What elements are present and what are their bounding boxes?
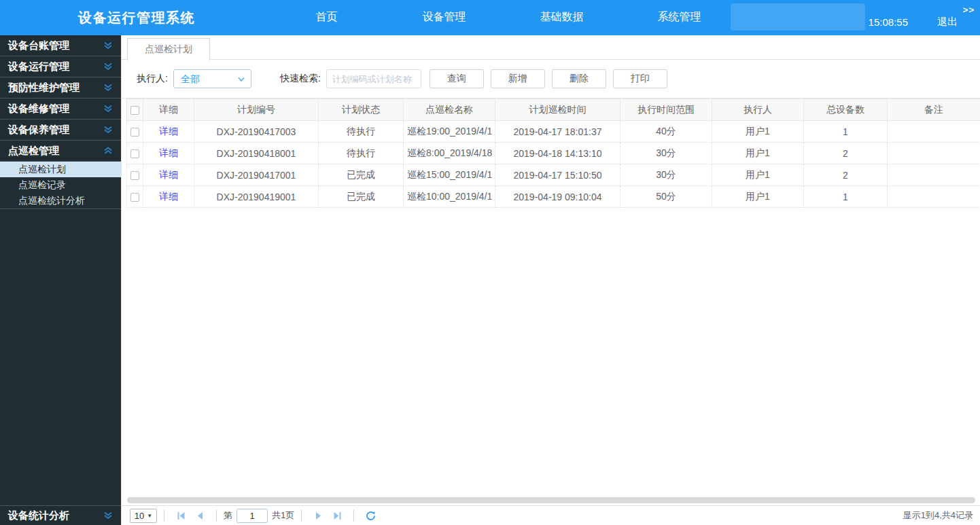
select-all-checkbox[interactable] — [130, 106, 139, 115]
sidebar-group-label: 设备保养管理 — [8, 124, 69, 137]
header-highlight-panel — [731, 3, 865, 31]
cell-plan-time: 2019-04-17 18:01:37 — [495, 121, 620, 143]
quick-search-input[interactable] — [326, 69, 421, 88]
chevron-double-down-icon — [103, 41, 113, 50]
caret-down-icon: ▼ — [147, 513, 152, 519]
cell-executor: 用户1 — [712, 121, 804, 143]
page-size-value: 10 — [135, 511, 144, 521]
inspection-plan-table: 详细 计划编号 计划状态 点巡检名称 计划巡检时间 执行时间范围 执行人 总设备… — [126, 98, 980, 208]
nav-item-equipment[interactable]: 设备管理 — [385, 0, 503, 35]
cell-device-count: 1 — [804, 186, 888, 208]
detail-link[interactable]: 详细 — [159, 169, 178, 180]
cell-plan-no: DXJ-20190417003 — [194, 121, 319, 143]
pagination-bar: 10 ▼ 第 共1页 显示1到4,共4记录 — [122, 505, 980, 525]
add-button[interactable]: 新增 — [491, 69, 545, 88]
first-page-button[interactable] — [171, 509, 190, 522]
table-header-row: 详细 计划编号 计划状态 点巡检名称 计划巡检时间 执行时间范围 执行人 总设备… — [127, 99, 980, 121]
nav-item-home[interactable]: 首页 — [268, 0, 385, 35]
cell-remark — [888, 164, 980, 186]
table-row: 详细 DXJ-20190419001 已完成 巡检10:00_2019/4/1 … — [127, 186, 980, 208]
last-page-button[interactable] — [328, 509, 347, 522]
nav-item-system[interactable]: 系统管理 — [620, 0, 738, 35]
first-page-icon — [177, 511, 186, 520]
sidebar-item-inspection-stats[interactable]: 点巡检统计分析 — [0, 193, 121, 209]
pager-divider — [301, 509, 302, 522]
sidebar-menu: 设备台账管理 设备运行管理 预防性维护管理 设备维修管理 设备保养管理 点巡检管… — [0, 35, 121, 525]
col-detail: 详细 — [143, 99, 194, 121]
pager-divider — [164, 509, 164, 522]
pager-divider — [353, 509, 354, 522]
col-device-count: 总设备数 — [804, 99, 888, 121]
row-checkbox[interactable] — [130, 128, 139, 137]
nav-item-basedata[interactable]: 基础数据 — [503, 0, 620, 35]
quick-search-label: 快速检索: — [280, 73, 321, 85]
col-status: 计划状态 — [319, 99, 404, 121]
record-summary: 显示1到4,共4记录 — [903, 509, 973, 522]
sidebar-group-label: 设备台账管理 — [8, 39, 69, 52]
sidebar-group-repair[interactable]: 设备维修管理 — [0, 98, 121, 120]
sidebar-group-maintenance[interactable]: 设备保养管理 — [0, 120, 121, 141]
sidebar-group-operation[interactable]: 设备运行管理 — [0, 56, 121, 77]
sidebar-item-inspection-plan[interactable]: 点巡检计划 — [0, 162, 121, 177]
cell-plan-time: 2019-04-18 14:13:10 — [495, 143, 620, 164]
page-size-select[interactable]: 10 ▼ — [130, 509, 157, 523]
chevron-double-down-icon — [103, 125, 113, 134]
app-title: 设备运行管理系统 — [78, 9, 195, 27]
next-page-icon — [314, 511, 323, 520]
sidebar-submenu-inspection: 点巡检计划 点巡检记录 点巡检统计分析 — [0, 162, 121, 209]
collapse-arrows-icon[interactable]: >> — [963, 5, 975, 15]
pager-divider — [216, 509, 217, 522]
horizontal-scrollbar[interactable] — [127, 497, 975, 503]
cell-plan-time: 2019-04-19 09:10:04 — [495, 186, 620, 208]
cell-duration: 30分 — [620, 164, 712, 186]
row-checkbox[interactable] — [130, 193, 139, 202]
print-button[interactable]: 打印 — [613, 69, 667, 88]
cell-duration: 50分 — [620, 186, 712, 208]
cell-name: 巡检8:00_2019/4/18 — [404, 143, 495, 164]
top-nav: 首页 设备管理 基础数据 系统管理 — [268, 0, 738, 35]
sidebar-item-inspection-record[interactable]: 点巡检记录 — [0, 177, 121, 193]
sidebar-group-label: 设备统计分析 — [8, 509, 69, 522]
detail-link[interactable]: 详细 — [159, 147, 178, 158]
page-prefix-label: 第 — [224, 509, 232, 522]
sidebar-group-statistics[interactable]: 设备统计分析 — [0, 505, 121, 525]
chevron-double-down-icon — [103, 62, 113, 71]
col-name: 点巡检名称 — [404, 99, 495, 121]
row-checkbox[interactable] — [130, 171, 139, 180]
total-pages-label: 共1页 — [272, 509, 294, 522]
delete-button[interactable]: 删除 — [552, 69, 606, 88]
refresh-button[interactable] — [361, 509, 380, 522]
refresh-icon — [366, 511, 376, 521]
sidebar-group-inspection[interactable]: 点巡检管理 — [0, 141, 121, 162]
detail-link[interactable]: 详细 — [159, 126, 178, 137]
cell-duration: 40分 — [620, 121, 712, 143]
cell-name: 巡检10:00_2019/4/1 — [404, 186, 495, 208]
cell-plan-time: 2019-04-17 15:10:50 — [495, 164, 620, 186]
current-page-input[interactable] — [237, 509, 268, 523]
logout-button[interactable]: 退出 — [937, 16, 958, 29]
tab-inspection-plan[interactable]: 点巡检计划 — [127, 38, 210, 60]
sidebar-group-preventive[interactable]: 预防性维护管理 — [0, 77, 121, 98]
executor-select-value: 全部 — [181, 73, 200, 84]
cell-device-count: 1 — [804, 121, 888, 143]
main-content: 点巡检计划 执行人: 全部 快速检索: 查询 新增 删除 打印 详细 计划编号 … — [121, 35, 980, 525]
tab-strip: 点巡检计划 — [122, 35, 980, 60]
cell-plan-no: DXJ-20190419001 — [194, 186, 319, 208]
top-header-bar: 设备运行管理系统 首页 设备管理 基础数据 系统管理 15:08:55 退出 >… — [0, 0, 980, 35]
cell-executor: 用户1 — [712, 164, 804, 186]
executor-select[interactable]: 全部 — [173, 69, 251, 88]
sidebar-group-label: 预防性维护管理 — [8, 82, 80, 94]
detail-link[interactable]: 详细 — [159, 191, 178, 202]
table-row: 详细 DXJ-20190417003 待执行 巡检19:00_2019/4/1 … — [127, 121, 980, 143]
row-checkbox[interactable] — [130, 149, 139, 158]
cell-device-count: 2 — [804, 164, 888, 186]
sidebar-group-ledger[interactable]: 设备台账管理 — [0, 35, 121, 56]
filter-toolbar: 执行人: 全部 快速检索: 查询 新增 删除 打印 — [122, 60, 980, 98]
query-button[interactable]: 查询 — [430, 69, 484, 88]
cell-duration: 30分 — [620, 143, 712, 164]
table-row: 详细 DXJ-20190418001 待执行 巡检8:00_2019/4/18 … — [127, 143, 980, 164]
cell-name: 巡检19:00_2019/4/1 — [404, 121, 495, 143]
prev-page-button[interactable] — [190, 509, 209, 522]
next-page-button[interactable] — [309, 509, 328, 522]
cell-remark — [888, 121, 980, 143]
